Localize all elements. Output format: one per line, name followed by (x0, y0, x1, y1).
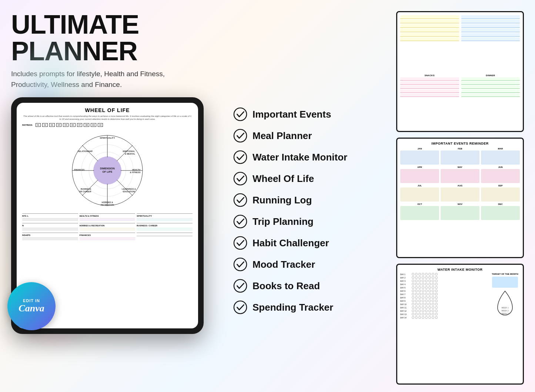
rating-08: 08 (84, 123, 89, 127)
svg-text:SPIRITUALITY: SPIRITUALITY (100, 137, 115, 139)
svg-text:& FITNESS: & FITNESS (130, 171, 141, 173)
rating-01: 01 (36, 123, 41, 127)
meal-col-2 (461, 15, 520, 72)
checklist-label-3: Water Intake Monitor (253, 152, 347, 163)
svg-text:FINANCES: FINANCES (74, 169, 84, 171)
checklist-label-6: Trip Planning (253, 216, 314, 227)
rating-06: 06 (70, 123, 76, 127)
checklist-label-4: Wheel Of Life (253, 173, 314, 185)
checkmark-icon-5 (233, 193, 247, 207)
water-row-1: DAY 1 (400, 273, 487, 276)
water-row-11: DAY 11 (400, 306, 487, 309)
grid-cell-6: BUSINESS / CAREER (137, 223, 193, 231)
target-box (492, 277, 518, 288)
rating-02: 02 (42, 123, 48, 127)
target-label: TARGET OF THE MONTH (492, 273, 518, 275)
checklist-item-important-events: Important Events (233, 104, 389, 125)
svg-text:OR CAREER: OR CAREER (79, 190, 91, 193)
month-nov: NOV (441, 203, 479, 220)
meal-col-1 (400, 15, 459, 72)
svg-text:WEEK 3: WEEK 3 (502, 312, 509, 315)
checklist-item-running: Running Log (233, 189, 389, 211)
svg-text:WEEK 2: WEEK 2 (502, 310, 509, 312)
water-row-2: DAY 2 (400, 276, 487, 279)
svg-point-34 (234, 301, 247, 314)
svg-text:HOBBIES &: HOBBIES & (102, 201, 113, 203)
meal-col-4: DINNER (461, 74, 520, 128)
svg-point-31 (234, 237, 247, 249)
rating-03: 03 (49, 123, 55, 127)
grid-cell-2: HEALTH & FITNESS (80, 213, 136, 222)
svg-point-32 (234, 258, 247, 271)
tablet-device: WHEEL OF LIFE The wheel of life is an ef… (11, 97, 204, 338)
checklist-label-8: Mood Tracker (253, 259, 315, 270)
checklist-item-habit: Habit Challenger (233, 232, 389, 254)
svg-text:RELATIONSHIP: RELATIONSHIP (78, 150, 93, 152)
checklist-label-10: Spending Tracker (253, 302, 333, 313)
canva-badge: EDIT IN Canva (7, 282, 56, 330)
svg-point-27 (234, 151, 247, 163)
month-apr: APR (400, 166, 439, 183)
svg-point-28 (234, 172, 247, 185)
ratings-label: RATINGS: (22, 124, 33, 126)
month-may: MAY (441, 166, 479, 183)
important-events-preview-card: IMPORTANT EVENTS REMINDER JAN FEB MAR (396, 138, 524, 258)
svg-text:EMOTIONAL: EMOTIONAL (123, 150, 136, 152)
water-row-10: DAY 10 (400, 303, 487, 305)
svg-text:EDUCATION: EDUCATION (123, 190, 135, 193)
water-row-7: DAY 7 (400, 293, 487, 295)
water-row-3: DAY 3 (400, 280, 487, 282)
checklist-item-water: Water Intake Monitor (233, 146, 389, 168)
svg-point-26 (234, 129, 247, 142)
water-row-13: DAY 13 (400, 313, 487, 315)
month-jul: JUL (400, 185, 439, 202)
wheel-title: WHEEL OF LIFE (22, 107, 193, 113)
svg-text:& MENTAL: & MENTAL (125, 153, 136, 155)
rating-05: 05 (63, 123, 68, 127)
svg-text:OF LIFE: OF LIFE (103, 170, 113, 173)
features-checklist: Important Events Meal Planner Water Inta… (233, 7, 389, 385)
svg-text:BUSINESS: BUSINESS (81, 188, 91, 190)
checkmark-icon-10 (233, 300, 247, 314)
bottom-grid: NTA L HEALTH & FITNESS SPIRITUALITY (22, 213, 193, 241)
important-events-card-title: IMPORTANT EVENTS REMINDER (400, 142, 520, 145)
checklist-item-wheel: Wheel Of Life (233, 168, 389, 189)
grid-cell-7: NSHIPS (22, 233, 78, 241)
meal-col-3: SNACKS (400, 74, 459, 128)
month-mar: MAR (481, 148, 520, 165)
checklist-label-9: Books to Read (253, 280, 320, 292)
water-row-6: DAY 6 (400, 290, 487, 292)
ratings-row: RATINGS: 01 02 03 04 05 06 07 08 09 10 (22, 123, 193, 127)
card2-inner: IMPORTANT EVENTS REMINDER JAN FEB MAR (397, 139, 523, 257)
month-dec: DEC (481, 203, 520, 220)
water-target-section: TARGET OF THE MONTH WEEK 1 WEEK 2 WEEK 3 (490, 273, 520, 319)
month-jan: JAN (400, 148, 439, 165)
month-oct: OCT (400, 203, 439, 220)
checklist-item-spending: Spending Tracker (233, 297, 389, 318)
checkmark-icon-6 (233, 214, 247, 229)
svg-point-25 (234, 108, 247, 121)
checklist-label-7: Habit Challenger (253, 237, 329, 249)
svg-text:DIMENSION: DIMENSION (100, 167, 115, 170)
preview-cards-section: SNACKS DINNER (396, 7, 524, 385)
month-sep: SEP (481, 185, 520, 202)
svg-point-29 (234, 194, 247, 206)
wheel-of-life-chart: SPIRITUALITY EMOTIONAL & MENTAL HEALTH &… (22, 130, 193, 211)
water-row-5: DAY 5 (400, 286, 487, 289)
svg-text:HEALTH: HEALTH (132, 169, 140, 171)
water-row-12: DAY 12 (400, 310, 487, 312)
water-row-9: DAY 9 (400, 300, 487, 302)
checkmark-icon-3 (233, 150, 247, 164)
water-row-14: DAY 14 (400, 316, 487, 319)
wheel-description: The wheel of life is an effective tool t… (22, 115, 193, 121)
grid-cell-8: FINANCES (80, 233, 136, 241)
card3-inner: WATER INTAKE MONITOR DAY 1 (397, 265, 523, 383)
water-intake-card-title: WATER INTAKE MONITOR (400, 268, 520, 271)
checklist-item-books: Books to Read (233, 275, 389, 297)
checkmark-icon-7 (233, 236, 247, 250)
canva-logo-text: Canva (19, 303, 44, 314)
svg-text:WEEK 1: WEEK 1 (502, 307, 509, 309)
canva-edit-in-text: EDIT IN (23, 298, 40, 303)
checkmark-icon-4 (233, 172, 247, 186)
grid-cell-4: N (22, 223, 78, 231)
